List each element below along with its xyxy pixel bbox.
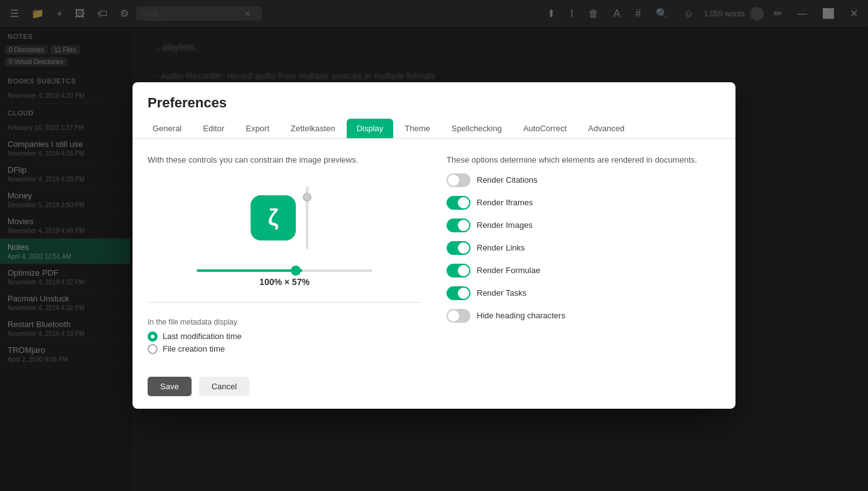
size-slider[interactable]	[197, 269, 372, 272]
divider	[148, 302, 421, 303]
modal-right-panel: These options determine which elements a…	[447, 154, 720, 354]
tab-general[interactable]: General	[143, 119, 192, 138]
toggle-citations: Render Citations	[447, 171, 720, 189]
toggle-formulae-switch[interactable]	[447, 264, 470, 278]
toggle-images: Render Images	[447, 217, 720, 234]
radio-label-file-creation: File creation time	[163, 344, 225, 353]
left-description: With these controls you can constrain th…	[148, 154, 421, 166]
toggle-formulae-label: Render Formulae	[477, 266, 540, 275]
vertical-slider-thumb[interactable]	[303, 193, 312, 202]
toggle-images-thumb	[458, 220, 469, 231]
toggle-heading: Hide heading characters	[447, 307, 720, 325]
radio-btn-file-creation[interactable]	[148, 344, 158, 354]
size-slider-row: 100% × 57%	[148, 269, 421, 287]
radio-btn-last-mod[interactable]	[148, 332, 158, 342]
tab-zettelkasten[interactable]: Zettelkasten	[281, 119, 345, 138]
toggle-citations-switch[interactable]	[447, 173, 470, 187]
toggle-heading-switch[interactable]	[447, 309, 470, 323]
tab-spellchecking[interactable]: Spellchecking	[442, 119, 512, 138]
toggle-iframes-thumb	[458, 197, 469, 208]
radio-file-creation[interactable]: File creation time	[148, 344, 421, 354]
toggle-tasks-switch[interactable]	[447, 286, 470, 300]
toggle-tasks: Render Tasks	[447, 284, 720, 302]
toggle-links: Render Links	[447, 239, 720, 257]
toggle-formulae-thumb	[458, 265, 469, 276]
toggle-images-switch[interactable]	[447, 219, 470, 232]
preferences-modal: Preferences General Editor Export Zettel…	[133, 82, 735, 409]
toggle-heading-thumb	[448, 310, 459, 321]
modal-overlay: Preferences General Editor Export Zettel…	[0, 0, 868, 491]
toggle-tasks-label: Render Tasks	[477, 288, 526, 298]
preview-area: ζ	[148, 176, 421, 259]
tab-export[interactable]: Export	[236, 119, 279, 138]
toggle-iframes-label: Render Iframes	[477, 198, 533, 207]
modal-tabs: General Editor Export Zettelkasten Displ…	[133, 119, 735, 139]
radio-label-last-mod: Last modification time	[163, 332, 242, 341]
tab-display[interactable]: Display	[347, 119, 394, 138]
metadata-section: In the file metadata display Last modifi…	[148, 318, 421, 354]
metadata-label: In the file metadata display	[148, 318, 421, 326]
size-label: 100% × 57%	[259, 277, 310, 287]
toggle-links-label: Render Links	[477, 243, 525, 252]
toggle-links-switch[interactable]	[447, 241, 470, 255]
toggle-tasks-thumb	[458, 288, 469, 299]
vertical-slider-track	[306, 186, 308, 249]
modal-title: Preferences	[133, 82, 735, 119]
app-icon: ζ	[251, 195, 296, 240]
toggle-heading-label: Hide heading characters	[477, 311, 565, 320]
toggle-iframes-switch[interactable]	[447, 196, 470, 210]
tab-editor[interactable]: Editor	[193, 119, 234, 138]
tab-autocorrect[interactable]: AutoCorrect	[513, 119, 577, 138]
right-description: These options determine which elements a…	[447, 154, 720, 166]
tab-theme[interactable]: Theme	[394, 119, 440, 138]
modal-footer: Save Cancel	[133, 369, 735, 409]
toggle-iframes: Render Iframes	[447, 194, 720, 212]
toggle-citations-thumb	[448, 175, 459, 186]
toggle-images-label: Render Images	[477, 220, 533, 230]
toggle-links-thumb	[458, 242, 469, 254]
cancel-button[interactable]: Cancel	[199, 377, 249, 396]
save-button[interactable]: Save	[148, 377, 192, 396]
radio-last-modification[interactable]: Last modification time	[148, 332, 421, 342]
tab-advanced[interactable]: Advanced	[578, 119, 634, 138]
modal-body: With these controls you can constrain th…	[133, 139, 735, 369]
toggle-formulae: Render Formulae	[447, 262, 720, 279]
modal-left-panel: With these controls you can constrain th…	[148, 154, 421, 354]
toggle-citations-label: Render Citations	[477, 175, 538, 185]
vertical-slider[interactable]	[306, 186, 318, 249]
